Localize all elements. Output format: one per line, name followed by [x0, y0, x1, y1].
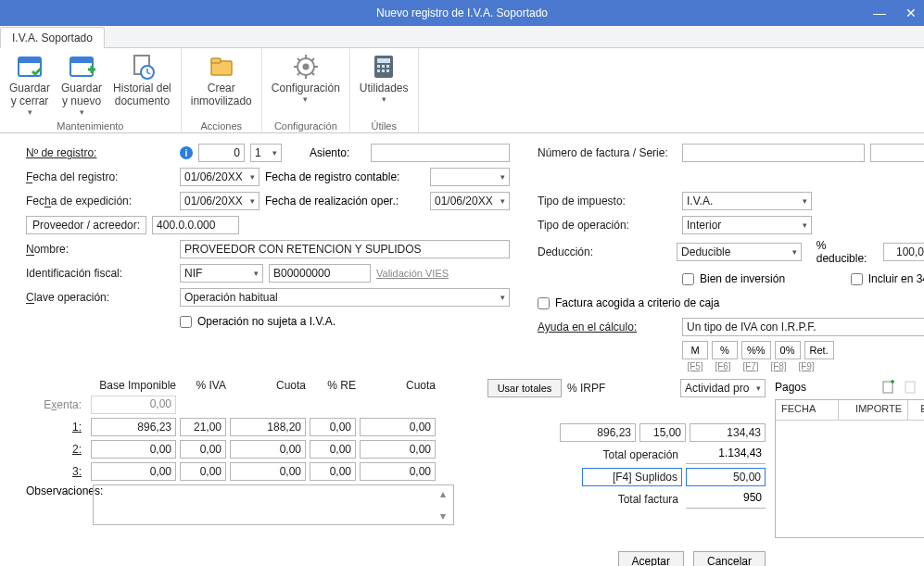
asiento-input[interactable] — [371, 144, 510, 162]
r2-base-input[interactable] — [91, 440, 176, 459]
row-2-label[interactable]: 2: — [26, 443, 87, 456]
tipo-operacion-combo[interactable]: Interior▾ — [682, 216, 812, 234]
row-1-label[interactable]: 1: — [26, 421, 87, 434]
save-new-button[interactable]: Guardar y nuevo ▾ — [57, 50, 106, 120]
r2-cuotare-input[interactable] — [360, 440, 436, 459]
deduccion-combo[interactable]: Deducible▾ — [677, 243, 802, 261]
ayuda-calculo-label[interactable]: Ayuda en el cálculo: — [538, 321, 677, 333]
pagos-table[interactable]: FECHA IMPORTE E — [775, 399, 924, 538]
tipo-impuesto-combo[interactable]: I.V.A.▾ — [682, 192, 812, 210]
fecha-registro-label: Fecha del registro: — [26, 170, 174, 183]
ayuda-calculo-combo[interactable]: Un tipo de IVA con I.R.P.F.▾ — [682, 318, 924, 336]
tipo-operacion-label: Tipo de operación: — [538, 219, 677, 232]
svg-point-9 — [302, 64, 309, 70]
scrollbar[interactable]: ▴▾ — [438, 485, 453, 524]
usar-totales-button[interactable]: Usar totales — [487, 379, 562, 397]
pct-deducible-input[interactable] — [883, 243, 924, 261]
folder-icon — [207, 52, 236, 82]
group-title: Configuración — [268, 120, 344, 132]
grid-area: Base Imponible % IVA Cuota % RE Cuota Ex… — [0, 375, 924, 566]
aceptar-button[interactable]: Aceptar — [618, 551, 684, 566]
r1-cuotare-input[interactable] — [360, 418, 436, 436]
num-factura-input[interactable] — [682, 144, 865, 162]
suplidos-label[interactable]: [F4] Suplidos — [582, 468, 682, 486]
label: Guardar y cerrar — [9, 82, 50, 108]
id-numero-input[interactable] — [269, 264, 371, 283]
proveedor-input[interactable] — [152, 216, 239, 234]
r3-pctre-input[interactable] — [310, 462, 356, 481]
validacion-vies-link[interactable]: Validación VIES — [376, 268, 449, 279]
observaciones-textarea[interactable]: ▴▾ — [93, 484, 454, 525]
svg-rect-25 — [386, 69, 389, 72]
op-no-sujeta-checkbox[interactable]: Operación no sujeta a I.V.A. — [180, 315, 335, 328]
r3-base-input[interactable] — [91, 462, 176, 481]
row-3-label[interactable]: 3: — [26, 465, 87, 478]
svg-rect-7 — [211, 58, 221, 63]
hotkey-f5-label: [F5] — [682, 361, 708, 371]
r3-cuotare-input[interactable] — [360, 462, 436, 481]
save-close-button[interactable]: Guardar y cerrar ▾ — [6, 50, 54, 120]
bien-inversion-checkbox[interactable]: Bien de inversión — [682, 272, 812, 285]
id-tipo-combo[interactable]: NIF▾ — [180, 264, 263, 283]
tipo-impuesto-label: Tipo de impuesto: — [538, 195, 677, 208]
cancelar-button[interactable]: Cancelar — [693, 551, 766, 566]
svg-rect-24 — [382, 69, 385, 72]
close-button[interactable]: ✕ — [902, 6, 920, 20]
nombre-input[interactable] — [180, 240, 510, 258]
ribbon-group-acciones: Crear inmovilizado Acciones — [182, 48, 262, 132]
pagos-col-e: E — [908, 400, 924, 420]
r1-cuota-input[interactable] — [230, 418, 306, 436]
hotkey-pct-button[interactable]: % — [712, 341, 738, 359]
hotkey-pctpct-button[interactable]: %% — [741, 341, 771, 359]
irpf-cuota-input[interactable] — [690, 423, 766, 442]
r1-pctre-input[interactable] — [310, 418, 356, 436]
svg-rect-27 — [905, 382, 915, 393]
hotkey-m-button[interactable]: M — [682, 341, 708, 359]
proveedor-button[interactable]: Proveedor / acreedor: — [26, 216, 146, 234]
edit-payment-icon[interactable] — [903, 379, 919, 396]
r3-cuota-input[interactable] — [230, 462, 306, 481]
tab-iva-soportado[interactable]: I.V.A. Soportado — [0, 27, 105, 48]
numero-registro-input[interactable] — [198, 144, 245, 162]
nombre-label: Nombre: — [26, 243, 174, 256]
actividad-combo[interactable]: Actividad pro▾ — [680, 379, 766, 397]
r2-pctre-input[interactable] — [310, 440, 356, 459]
utilities-button[interactable]: Utilidades ▾ — [356, 50, 412, 120]
r1-pctiva-input[interactable] — [180, 418, 226, 436]
dropdown-icon: ▾ — [80, 108, 84, 117]
suplidos-input[interactable] — [686, 468, 766, 486]
config-button[interactable]: Configuración ▾ — [268, 50, 344, 120]
ribbon-tab-strip: I.V.A. Soportado — [0, 26, 924, 48]
fecha-registro-combo[interactable]: 01/06/20XX▾ — [180, 168, 259, 186]
create-asset-button[interactable]: Crear inmovilizado — [187, 50, 256, 120]
svg-line-15 — [311, 72, 314, 75]
label: Historial del documento — [113, 82, 171, 108]
numero-registro-seq-combo[interactable]: 1▾ — [250, 144, 282, 162]
irpf-pct-input[interactable] — [639, 423, 686, 442]
fecha-reg-contable-combo[interactable]: ▾ — [430, 168, 510, 186]
factura-caja-checkbox[interactable]: Factura acogida a criterio de caja — [538, 296, 719, 309]
serie-input[interactable] — [870, 144, 924, 162]
r1-base-input[interactable] — [91, 418, 176, 436]
numero-registro-label[interactable]: Nº de registro: — [26, 146, 174, 159]
svg-rect-26 — [883, 382, 892, 393]
doc-history-button[interactable]: Historial del documento — [109, 50, 175, 120]
fecha-reg-contable-label: Fecha de registro contable: — [265, 170, 424, 183]
minimize-button[interactable]: — — [870, 6, 889, 20]
hotkey-0pct-button[interactable]: 0% — [775, 341, 801, 359]
col-pct-re-label: % RE — [310, 379, 356, 392]
r2-cuota-input[interactable] — [230, 440, 306, 459]
incluir-347-checkbox[interactable]: Incluir en 347 — [851, 272, 924, 285]
info-icon[interactable]: i — [180, 146, 193, 159]
add-payment-icon[interactable] — [880, 379, 897, 396]
svg-rect-23 — [377, 69, 380, 72]
dropdown-icon: ▾ — [303, 95, 308, 104]
fecha-realizacion-label: Fecha de realización oper.: — [265, 195, 424, 208]
r3-pctiva-input[interactable] — [180, 462, 226, 481]
fecha-expedicion-combo[interactable]: 01/06/20XX▾ — [180, 192, 259, 210]
irpf-base-input[interactable] — [560, 423, 636, 442]
r2-pctiva-input[interactable] — [180, 440, 226, 459]
hotkey-ret-button[interactable]: Ret. — [804, 341, 834, 359]
clave-operacion-combo[interactable]: Operación habitual▾ — [180, 288, 510, 307]
fecha-realizacion-combo[interactable]: 01/06/20XX▾ — [430, 192, 510, 210]
